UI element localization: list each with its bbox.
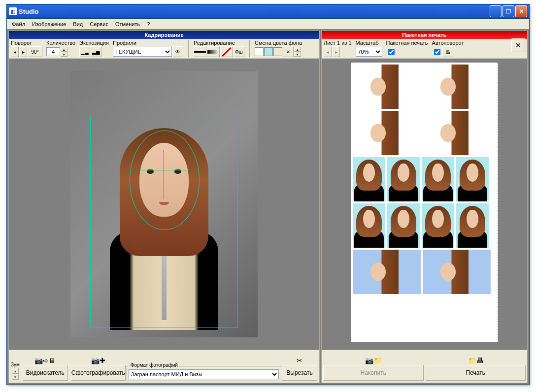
sheet-thumb[interactable]	[353, 157, 385, 201]
scale-select[interactable]: 70%	[356, 47, 382, 57]
menu-file[interactable]: Файл	[9, 20, 28, 28]
sheet-thumb[interactable]	[423, 250, 491, 294]
workspace: Кадрирование Поворот ◂ ▸ 90° Количество	[7, 29, 529, 385]
bg-cyan-swatch[interactable]	[264, 47, 273, 56]
profiles-label: Профили	[113, 40, 183, 46]
scale-label: Масштаб	[356, 40, 382, 46]
profiles-select[interactable]: ТЕКУЩИЕ	[113, 47, 172, 57]
sheet-thumb[interactable]	[353, 203, 385, 248]
app-icon: ◧	[9, 7, 17, 15]
maximize-button[interactable]: ❐	[502, 5, 514, 17]
sheet-thumb[interactable]	[387, 203, 420, 248]
menubar: Файл Изображение Вид Сервис Отменить ?	[7, 19, 529, 29]
viewfinder-button[interactable]: Видоискатель	[23, 365, 68, 381]
sheet-thumb[interactable]	[456, 157, 489, 201]
editing-group: Редактирование Фш	[194, 40, 244, 57]
quantity-up[interactable]: ▴	[61, 47, 67, 52]
menu-undo[interactable]: Отменить	[112, 20, 143, 28]
autorotate-checkbox[interactable]	[434, 49, 440, 55]
rotate-left-button[interactable]: ◂	[11, 46, 19, 57]
camera-folder-icon: 📷📁	[365, 357, 382, 364]
bgchange-group: Смена цвета фона ✕ ▴ ▾	[255, 40, 302, 57]
zoom-label: Зум	[11, 362, 20, 367]
sheet-thumb[interactable]	[423, 65, 491, 109]
sheet-label: Лист 1 из 1	[324, 40, 352, 46]
menu-service[interactable]: Сервис	[87, 20, 111, 28]
format-legend: Формат фотографий	[130, 362, 179, 368]
batch-checkbox[interactable]	[388, 49, 395, 55]
crop-bottom-bar: Зум ▴ ▾ 📷➪🖥 Видоискатель 📷✚ Сфотографиро…	[9, 350, 319, 383]
exposure-down-button[interactable]: ▁▃	[79, 46, 90, 57]
print-button[interactable]: Печать	[426, 365, 526, 381]
shoot-button[interactable]: Сфотографировать	[71, 365, 126, 381]
exposure-up-button[interactable]: ▃▅	[91, 46, 101, 57]
titlebar: ◧ Studio _ ❐ ✕	[7, 4, 529, 19]
retouch-button[interactable]	[220, 46, 233, 57]
sheet-thumb[interactable]	[456, 203, 489, 248]
rotate-90-button[interactable]: 90°	[28, 46, 42, 57]
autorotate-group: Автоповорот 🖶	[432, 40, 464, 57]
camera-display-icon: 📷➪🖥	[34, 357, 56, 364]
menu-image[interactable]: Изображение	[29, 20, 69, 28]
sheet-thumb[interactable]	[353, 111, 421, 155]
menu-help[interactable]: ?	[144, 20, 153, 28]
photo-frame	[70, 71, 258, 337]
rotation-label: Поворот	[11, 40, 42, 46]
folder-printer-icon: 📁🖶	[468, 357, 483, 364]
bg-beige-swatch[interactable]	[273, 47, 282, 56]
clear-sheet-button[interactable]: ✕	[511, 38, 525, 52]
sheet-thumb[interactable]	[423, 111, 491, 155]
level-black-button[interactable]	[194, 46, 206, 57]
camera-add-icon: 📷✚	[91, 357, 105, 364]
sheet-thumb[interactable]	[387, 157, 420, 201]
zoom-out-button[interactable]: ▾	[12, 374, 19, 380]
crop-pane: Кадрирование Поворот ◂ ▸ 90° Количество	[8, 31, 320, 383]
sheet-thumb[interactable]	[353, 65, 421, 109]
sheet-prev-button[interactable]: ◂	[324, 46, 332, 57]
printer-setup-button[interactable]: 🖶	[442, 46, 453, 57]
sheet-thumb[interactable]	[422, 157, 454, 201]
bg-white-swatch[interactable]	[255, 47, 264, 56]
sheet-thumb[interactable]	[353, 250, 421, 294]
face-guide-horizontal	[139, 170, 189, 170]
print-pane: Пакетная печать Лист 1 из 1 ◂ ▸ Масштаб …	[321, 31, 528, 383]
profiles-toggle-button[interactable]: 👁	[172, 46, 183, 57]
bg-cancel-button[interactable]: ✕	[283, 46, 294, 57]
print-pane-title: Пакетная печать	[322, 31, 527, 39]
print-toolbar: Лист 1 из 1 ◂ ▸ Масштаб 70% Пакетная	[322, 39, 527, 59]
close-button[interactable]: ✕	[515, 5, 527, 17]
sheet-area[interactable]	[322, 59, 527, 350]
autorotate-label: Автоповорот	[432, 40, 464, 46]
zoom-group: Зум ▴ ▾	[11, 352, 20, 381]
quantity-down[interactable]: ▾	[61, 52, 67, 57]
sheet-thumb[interactable]	[422, 203, 454, 248]
batch-label: Пакетная печать	[386, 40, 428, 46]
photo-canvas[interactable]	[9, 59, 319, 350]
sheet-next-button[interactable]: ▸	[332, 46, 340, 57]
print-bottom-bar: 📷📁 Накопить 📁🖶 Печать	[322, 350, 527, 383]
app-window: ◧ Studio _ ❐ ✕ Файл Изображение Вид Серв…	[6, 4, 530, 385]
rotate-right-button[interactable]: ▸	[19, 46, 27, 57]
exposure-label: Экспозиция	[79, 40, 109, 46]
bg-down[interactable]: ▾	[294, 52, 301, 57]
quantity-input[interactable]	[46, 47, 60, 56]
minimize-button[interactable]: _	[490, 5, 502, 17]
cut-button[interactable]: Вырезать	[282, 365, 317, 381]
scissors-icon: ✂	[297, 357, 302, 364]
level-gradient-button[interactable]	[207, 46, 220, 57]
photoshop-button[interactable]: Фш	[234, 46, 244, 57]
scale-group: Масштаб 70%	[356, 40, 382, 57]
photo-format-select[interactable]: Загран паспорт МИД и Визы	[129, 369, 279, 379]
zoom-in-button[interactable]: ▴	[12, 368, 19, 374]
menu-view[interactable]: Вид	[70, 20, 86, 28]
quantity-label: Количество	[46, 40, 75, 46]
stock-button[interactable]: Накопить	[323, 365, 424, 381]
bgchange-label: Смена цвета фона	[255, 40, 302, 46]
batch-group: Пакетная печать	[386, 40, 428, 57]
print-sheet	[351, 63, 498, 342]
sheet-group: Лист 1 из 1 ◂ ▸	[324, 40, 352, 57]
crop-pane-title: Кадрирование	[9, 31, 319, 39]
face-oval-guide[interactable]	[130, 131, 200, 230]
bg-up[interactable]: ▴	[294, 47, 301, 52]
face-guide-vertical	[163, 150, 164, 199]
